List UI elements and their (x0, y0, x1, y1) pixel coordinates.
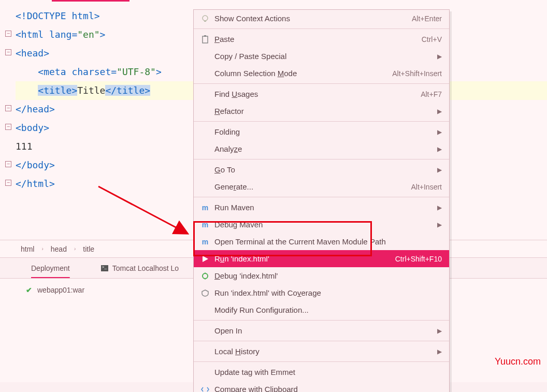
fold-toggle-icon[interactable]: − (5, 105, 11, 111)
tool-tab-tomcat-localhost-lo[interactable]: Tomcat Localhost Lo (96, 264, 184, 272)
menu-shortcut: Alt+Insert (411, 183, 442, 191)
menu-item-show-context-actions[interactable]: Show Context ActionsAlt+Enter (194, 10, 449, 27)
svg-point-0 (203, 16, 208, 21)
terminal-icon (101, 265, 108, 271)
submenu-arrow-icon: ▶ (437, 166, 442, 173)
menu-item-label: Debug Maven (211, 220, 437, 229)
menu-item-column-selection-mode[interactable]: Column Selection ModeAlt+Shift+Insert (194, 65, 449, 82)
menu-item-label: Generate... (211, 182, 411, 191)
menu-item-label: Modify Run Configuration... (211, 306, 442, 314)
menu-item-label: Show Context Actions (211, 14, 412, 23)
menu-item-copy-paste-special[interactable]: Copy / Paste Special▶ (194, 48, 449, 65)
context-menu: Show Context ActionsAlt+EnterPasteCtrl+V… (193, 9, 450, 392)
menu-item-label: Folding (211, 127, 437, 136)
watermark: Yuucn.com (495, 356, 541, 367)
menu-item-local-history[interactable]: Local History▶ (194, 343, 449, 360)
menu-item-label: Paste (211, 35, 422, 43)
submenu-arrow-icon: ▶ (437, 128, 442, 136)
run-icon (199, 255, 211, 263)
submenu-arrow-icon: ▶ (437, 327, 442, 335)
coverage-icon (199, 289, 211, 297)
menu-item-run-index-html-with-coverage[interactable]: Run 'index.html' with Coverage (194, 284, 449, 301)
menu-item-compare-with-clipboard[interactable]: Compare with Clipboard (194, 381, 449, 392)
menu-item-label: Column Selection Mode (211, 69, 392, 78)
menu-shortcut: Alt+Enter (412, 14, 442, 23)
svg-point-5 (203, 273, 208, 279)
submenu-arrow-icon: ▶ (437, 348, 442, 355)
submenu-arrow-icon: ▶ (437, 204, 442, 211)
maven-dbg-icon: m (199, 221, 211, 229)
menu-separator (194, 121, 449, 122)
breadcrumb-segment[interactable]: head (51, 245, 67, 253)
fold-toggle-icon[interactable]: − (5, 31, 11, 37)
menu-item-open-in[interactable]: Open In▶ (194, 322, 449, 339)
submenu-arrow-icon: ▶ (437, 53, 442, 60)
breadcrumb-segment[interactable]: html (21, 245, 34, 253)
menu-shortcut: Ctrl+V (422, 35, 442, 43)
chevron-right-icon: › (74, 246, 76, 252)
fold-toggle-icon[interactable]: − (5, 180, 11, 186)
menu-item-run-index-html[interactable]: Run 'index.html'Ctrl+Shift+F10 (194, 250, 449, 267)
fold-toggle-icon[interactable]: − (5, 49, 11, 55)
fold-toggle-icon[interactable]: − (5, 161, 11, 167)
submenu-arrow-icon: ▶ (437, 108, 442, 115)
menu-item-debug-index-html[interactable]: Debug 'index.html' (194, 267, 449, 284)
menu-item-go-to[interactable]: Go To▶ (194, 161, 449, 178)
chevron-right-icon: › (41, 246, 43, 252)
maven-icon: m (199, 204, 211, 212)
menu-item-label: Update tag with Emmet (211, 368, 442, 376)
menu-item-refactor[interactable]: Refactor▶ (194, 103, 449, 120)
menu-item-paste[interactable]: PasteCtrl+V (194, 31, 449, 48)
menu-item-generate[interactable]: Generate...Alt+Insert (194, 178, 449, 195)
svg-rect-3 (204, 35, 206, 37)
menu-item-label: Analyze (211, 144, 437, 153)
paste-icon (199, 35, 211, 43)
menu-separator (194, 83, 449, 84)
menu-item-label: Copy / Paste Special (211, 52, 437, 61)
menu-item-label: Go To (211, 165, 437, 174)
menu-shortcut: Alt+F7 (421, 90, 442, 98)
menu-item-label: Open In (211, 326, 437, 335)
menu-item-run-maven[interactable]: mRun Maven▶ (194, 199, 449, 216)
menu-separator (194, 361, 449, 362)
deploy-item-label: webapp01:war (37, 286, 84, 294)
menu-item-label: Compare with Clipboard (211, 385, 442, 392)
menu-item-update-tag-with-emmet[interactable]: Update tag with Emmet (194, 364, 449, 381)
fold-toggle-icon[interactable]: − (5, 124, 11, 130)
menu-item-label: Refactor (211, 107, 437, 115)
breadcrumb-segment[interactable]: title (83, 245, 94, 253)
checkmark-icon: ✔ (26, 286, 32, 294)
menu-separator (194, 341, 449, 341)
submenu-arrow-icon: ▶ (437, 146, 442, 153)
menu-item-label: Debug 'index.html' (211, 271, 442, 280)
menu-item-open-terminal-at-the-current-maven-module-path[interactable]: mOpen Terminal at the Current Maven Modu… (194, 233, 449, 250)
menu-separator (194, 159, 449, 159)
menu-separator (194, 28, 449, 29)
menu-item-label: Run 'index.html' with Coverage (211, 288, 442, 297)
menu-item-label: Run 'index.html' (211, 254, 395, 263)
debug-icon (199, 272, 211, 280)
menu-item-label: Find Usages (211, 90, 421, 98)
bulb-icon (199, 14, 211, 23)
menu-item-label: Local History (211, 347, 437, 356)
menu-item-debug-maven[interactable]: mDebug Maven▶ (194, 216, 449, 233)
menu-shortcut: Ctrl+Shift+F10 (395, 255, 442, 263)
svg-rect-1 (204, 21, 206, 22)
maven-term-icon: m (199, 238, 211, 246)
tool-tab-deployment[interactable]: Deployment (26, 264, 75, 272)
menu-item-find-usages[interactable]: Find UsagesAlt+F7 (194, 85, 449, 103)
svg-rect-2 (203, 36, 208, 43)
menu-item-analyze[interactable]: Analyze▶ (194, 140, 449, 157)
menu-separator (194, 320, 449, 321)
menu-item-folding[interactable]: Folding▶ (194, 123, 449, 140)
menu-item-modify-run-configuration[interactable]: Modify Run Configuration... (194, 301, 449, 318)
menu-item-label: Open Terminal at the Current Maven Modul… (211, 237, 442, 246)
svg-marker-4 (203, 256, 208, 262)
compare-icon (199, 386, 211, 393)
menu-shortcut: Alt+Shift+Insert (392, 69, 442, 78)
submenu-arrow-icon: ▶ (437, 221, 442, 228)
menu-item-label: Run Maven (211, 203, 437, 212)
menu-separator (194, 197, 449, 197)
